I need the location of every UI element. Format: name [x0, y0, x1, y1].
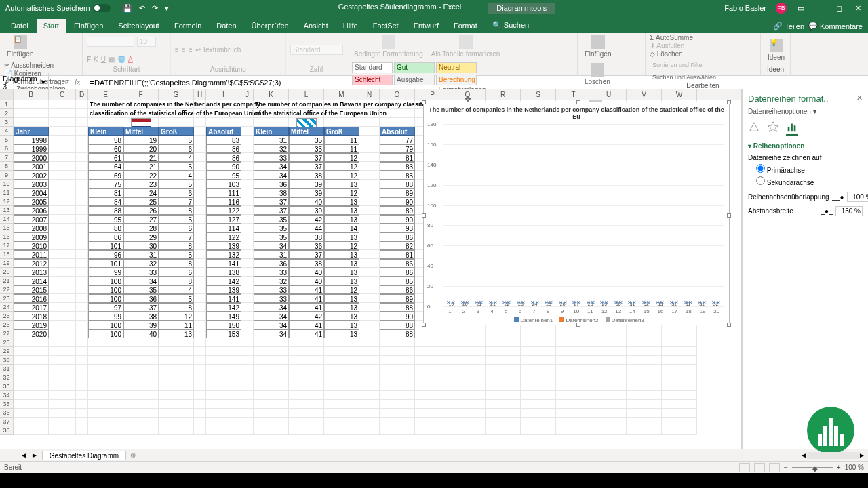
cell[interactable]	[380, 418, 415, 426]
cell[interactable]	[49, 373, 76, 382]
row-header[interactable]: 19	[0, 259, 14, 268]
cell[interactable]: 33	[254, 153, 289, 162]
cell[interactable]: 2004	[14, 188, 49, 197]
cell[interactable]: 86	[206, 144, 241, 153]
cell[interactable]	[194, 303, 206, 312]
resize-handle[interactable]	[727, 100, 731, 104]
cell[interactable]	[591, 391, 627, 400]
cell[interactable]: 2013	[14, 268, 49, 277]
cell[interactable]: 85	[380, 277, 415, 285]
cell[interactable]	[254, 382, 289, 391]
cell[interactable]: 86	[206, 153, 241, 162]
col-header[interactable]: M	[324, 89, 359, 100]
cell[interactable]: 114	[206, 224, 241, 232]
cell[interactable]	[206, 118, 241, 127]
cell[interactable]	[241, 206, 254, 215]
cell[interactable]	[359, 224, 380, 232]
row-header[interactable]: 18	[0, 250, 14, 259]
cell[interactable]: 2018	[14, 312, 49, 321]
tab-format[interactable]: Format	[447, 19, 484, 33]
cell[interactable]: 44	[289, 224, 324, 232]
cell[interactable]: 12	[324, 171, 359, 180]
save-icon[interactable]: 💾	[123, 4, 132, 13]
namebox-dropdown-icon[interactable]: ▾	[41, 78, 45, 87]
cell[interactable]	[76, 136, 88, 144]
cell[interactable]: 33	[254, 294, 289, 303]
cell[interactable]	[486, 391, 521, 400]
cell[interactable]: 81	[380, 153, 415, 162]
cell[interactable]: 6	[159, 144, 194, 153]
cell[interactable]	[206, 426, 241, 435]
cell[interactable]	[49, 100, 76, 109]
cell[interactable]: 30	[123, 241, 159, 250]
tab-entwurf[interactable]: Entwurf	[407, 19, 446, 33]
cell[interactable]	[359, 188, 380, 197]
cell[interactable]	[206, 409, 241, 418]
cell[interactable]: 34	[254, 321, 289, 329]
cell[interactable]: 37	[289, 250, 324, 259]
cell[interactable]	[14, 118, 49, 127]
cell[interactable]	[241, 347, 254, 356]
cell[interactable]	[49, 356, 76, 365]
cell[interactable]	[206, 109, 241, 118]
cell[interactable]: 101	[88, 241, 123, 250]
cell[interactable]	[450, 365, 486, 373]
cell[interactable]: 13	[324, 232, 359, 241]
cell[interactable]	[415, 426, 450, 435]
row-header[interactable]: 4	[0, 127, 14, 136]
cell[interactable]	[556, 382, 591, 391]
cell[interactable]: 21	[123, 153, 159, 162]
cell[interactable]: 1998	[14, 136, 49, 144]
cell[interactable]	[359, 277, 380, 285]
cell[interactable]	[14, 382, 49, 391]
cell[interactable]: 32	[123, 259, 159, 268]
cell[interactable]	[241, 241, 254, 250]
cell[interactable]	[194, 259, 206, 268]
cell[interactable]: 5	[159, 250, 194, 259]
cell[interactable]: 13	[324, 259, 359, 268]
cell[interactable]	[241, 259, 254, 268]
row-header[interactable]: 13	[0, 206, 14, 215]
cell[interactable]: 142	[206, 303, 241, 312]
hscroll-right-icon[interactable]: ►	[859, 451, 865, 459]
minimize-icon[interactable]: —	[815, 4, 825, 12]
cell[interactable]: 122	[206, 206, 241, 215]
col-header[interactable]: W	[662, 89, 697, 100]
cell[interactable]	[662, 373, 697, 382]
cell[interactable]	[194, 373, 206, 382]
effects-tab-icon[interactable]	[767, 121, 779, 136]
cell[interactable]	[194, 347, 206, 356]
align-left-icon[interactable]: ≡	[175, 46, 179, 54]
cell[interactable]	[49, 418, 76, 426]
cell[interactable]	[662, 347, 697, 356]
cell[interactable]: 34	[254, 312, 289, 321]
cell[interactable]: 37	[254, 206, 289, 215]
cell[interactable]: 99	[88, 312, 123, 321]
toggle-icon[interactable]	[93, 4, 111, 12]
cell[interactable]: 34	[254, 329, 289, 338]
cell[interactable]	[76, 400, 88, 409]
cell[interactable]	[194, 162, 206, 171]
cell[interactable]	[49, 215, 76, 224]
cell[interactable]	[486, 382, 521, 391]
cell[interactable]: 24	[123, 188, 159, 197]
cell[interactable]: 100	[88, 321, 123, 329]
cell[interactable]	[194, 277, 206, 285]
cell[interactable]: 23	[123, 180, 159, 188]
cell[interactable]	[359, 382, 380, 391]
cell[interactable]	[450, 426, 486, 435]
cell[interactable]: 86	[88, 232, 123, 241]
resize-handle[interactable]	[422, 100, 426, 104]
cell[interactable]	[415, 365, 450, 373]
cell[interactable]: 83	[380, 162, 415, 171]
cell[interactable]	[486, 400, 521, 409]
cell[interactable]: 36	[123, 294, 159, 303]
row-header[interactable]: 27	[0, 329, 14, 338]
row-header[interactable]: 36	[0, 409, 14, 418]
cell[interactable]	[159, 347, 194, 356]
fill-color-button[interactable]: 🪣	[117, 56, 125, 63]
cell[interactable]: 41	[289, 329, 324, 338]
cell[interactable]	[206, 347, 241, 356]
cell[interactable]	[289, 100, 324, 109]
cell[interactable]	[241, 321, 254, 329]
